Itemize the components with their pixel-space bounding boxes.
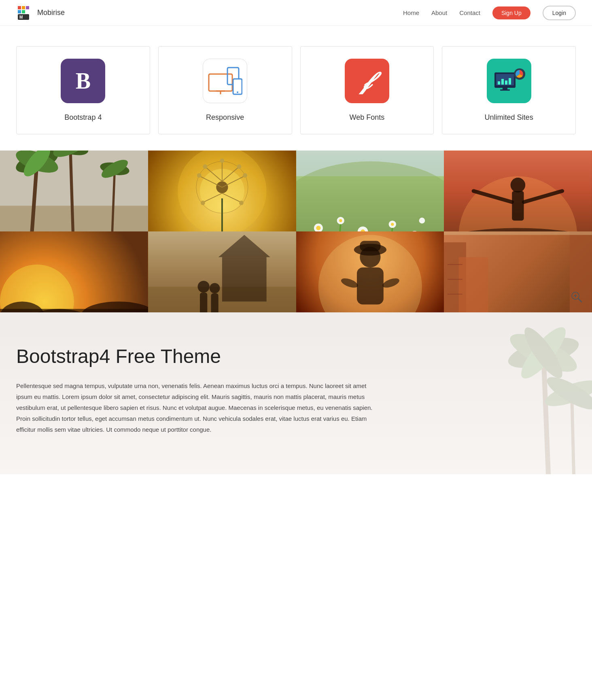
feature-card-webfonts: 𝒻 Web Fonts bbox=[300, 46, 434, 134]
svg-point-14 bbox=[237, 91, 238, 93]
zoom-icon[interactable] bbox=[569, 290, 584, 304]
svg-rect-98 bbox=[211, 293, 218, 312]
nav-item-contact[interactable]: Contact bbox=[459, 9, 480, 17]
features-grid: B Bootstrap 4 Responsiv bbox=[16, 46, 576, 134]
gallery-cell-8[interactable] bbox=[444, 231, 592, 312]
gallery-section bbox=[0, 151, 592, 312]
signup-button[interactable]: Sign Up bbox=[492, 6, 530, 19]
content-title: Bootstrap4 Free Theme bbox=[16, 345, 576, 368]
svg-rect-103 bbox=[360, 241, 380, 251]
svg-point-61 bbox=[316, 226, 320, 230]
brand-link[interactable]: M Mobirise bbox=[16, 4, 65, 21]
gallery-cell-1[interactable] bbox=[0, 151, 148, 231]
svg-rect-104 bbox=[356, 267, 383, 304]
brand-name: Mobirise bbox=[37, 8, 65, 17]
svg-rect-19 bbox=[505, 81, 507, 85]
feature-card-unlimited: Unlimited Sites bbox=[442, 46, 576, 134]
svg-point-67 bbox=[391, 223, 394, 226]
gallery-cell-7[interactable] bbox=[296, 231, 444, 312]
nav-link-about[interactable]: About bbox=[431, 9, 447, 16]
gallery-image-7 bbox=[296, 231, 444, 312]
svg-point-44 bbox=[220, 159, 224, 163]
feature-title-bootstrap: Bootstrap 4 bbox=[64, 113, 102, 122]
bootstrap-b-icon: B bbox=[76, 68, 91, 94]
svg-rect-20 bbox=[509, 78, 511, 85]
bootstrap-icon-wrap: B bbox=[61, 59, 105, 103]
svg-point-56 bbox=[201, 201, 205, 205]
webfonts-f-icon: 𝒻 bbox=[363, 67, 371, 95]
svg-rect-3 bbox=[22, 6, 25, 9]
svg-rect-21 bbox=[503, 88, 507, 89]
gallery-cell-inner-3 bbox=[296, 151, 444, 231]
brand-logo: M bbox=[16, 4, 33, 21]
gallery-image-3 bbox=[296, 151, 444, 231]
webfonts-icon-wrap: 𝒻 bbox=[345, 59, 389, 103]
feature-title-webfonts: Web Fonts bbox=[350, 113, 385, 122]
gallery-cell-3[interactable] bbox=[296, 151, 444, 231]
nav-item-home[interactable]: Home bbox=[403, 9, 419, 17]
gallery-image-1 bbox=[0, 151, 148, 231]
svg-rect-4 bbox=[22, 10, 25, 13]
responsive-svg-icon bbox=[208, 67, 242, 95]
nav-item-signup[interactable]: Sign Up bbox=[492, 6, 530, 19]
svg-text:M: M bbox=[19, 15, 23, 19]
nav-link-contact[interactable]: Contact bbox=[459, 9, 480, 16]
gallery-cell-inner-1 bbox=[0, 151, 148, 231]
svg-rect-1 bbox=[18, 6, 21, 9]
responsive-icon-wrap bbox=[203, 59, 247, 103]
svg-rect-93 bbox=[222, 257, 267, 301]
content-section: Bootstrap4 Free Theme Pellentesque sed m… bbox=[0, 312, 592, 474]
svg-line-119 bbox=[543, 353, 552, 474]
svg-rect-18 bbox=[501, 79, 504, 85]
feature-title-responsive: Responsive bbox=[206, 113, 244, 122]
unlimited-svg-icon bbox=[493, 67, 525, 95]
svg-rect-80 bbox=[512, 191, 524, 221]
svg-rect-114 bbox=[444, 231, 592, 235]
gallery-image-2 bbox=[148, 151, 296, 231]
gallery-cell-5[interactable] bbox=[0, 231, 148, 312]
svg-rect-8 bbox=[209, 74, 232, 91]
svg-line-116 bbox=[578, 299, 581, 302]
svg-rect-22 bbox=[500, 89, 510, 91]
gallery-cell-4[interactable] bbox=[444, 151, 592, 231]
palm-bg-decoration bbox=[471, 312, 592, 474]
gallery-image-6 bbox=[148, 231, 296, 312]
gallery-cell-2[interactable] bbox=[148, 151, 296, 231]
nav-item-login[interactable]: Login bbox=[543, 6, 576, 20]
navbar: M Mobirise Home About Contact Sign Up Lo… bbox=[0, 0, 592, 26]
svg-point-81 bbox=[511, 178, 526, 193]
svg-rect-17 bbox=[498, 81, 500, 85]
gallery-cell-inner-4 bbox=[444, 151, 592, 231]
gallery-cell-inner-5 bbox=[0, 231, 148, 312]
gallery-cell-inner-2 bbox=[148, 151, 296, 231]
svg-point-97 bbox=[210, 283, 220, 293]
nav-links: Home About Contact Sign Up Login bbox=[403, 6, 576, 20]
svg-point-42 bbox=[216, 181, 228, 193]
svg-point-126 bbox=[543, 371, 592, 415]
svg-point-46 bbox=[237, 164, 241, 169]
gallery-cell-6[interactable] bbox=[148, 231, 296, 312]
gallery-cell-inner-7 bbox=[296, 231, 444, 312]
svg-point-52 bbox=[197, 173, 201, 178]
svg-rect-110 bbox=[459, 257, 488, 312]
content-body: Pellentesque sed magna tempus, vulputate… bbox=[16, 380, 380, 435]
feature-title-unlimited: Unlimited Sites bbox=[485, 113, 533, 122]
login-button[interactable]: Login bbox=[543, 6, 576, 20]
feature-card-responsive: Responsive bbox=[158, 46, 292, 134]
svg-rect-96 bbox=[200, 293, 207, 312]
svg-point-125 bbox=[542, 375, 592, 411]
svg-point-63 bbox=[339, 219, 342, 222]
svg-line-124 bbox=[572, 393, 576, 474]
svg-point-50 bbox=[243, 173, 247, 178]
gallery-cell-inner-6 bbox=[148, 231, 296, 312]
gallery-image-4 bbox=[444, 151, 592, 231]
nav-item-about[interactable]: About bbox=[431, 9, 447, 17]
unlimited-icon-wrap bbox=[487, 59, 531, 103]
features-section: B Bootstrap 4 Responsiv bbox=[0, 26, 592, 151]
svg-rect-2 bbox=[18, 10, 21, 13]
gallery-image-5 bbox=[0, 231, 148, 312]
feature-card-bootstrap: B Bootstrap 4 bbox=[16, 46, 150, 134]
svg-point-48 bbox=[203, 164, 207, 169]
nav-link-home[interactable]: Home bbox=[403, 9, 419, 16]
svg-rect-5 bbox=[26, 6, 29, 9]
